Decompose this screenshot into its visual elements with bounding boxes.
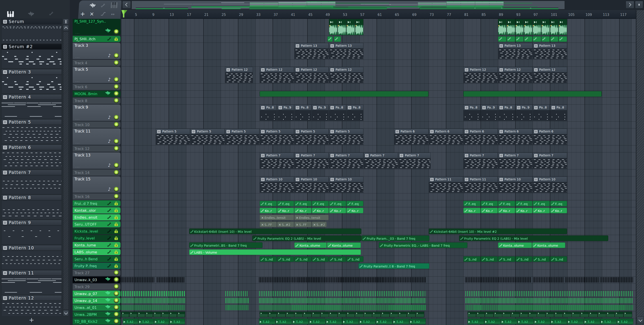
mini-audio-clip[interactable] bbox=[320, 311, 329, 317]
track-header-34[interactable]: TD_BB_Kick2 bbox=[73, 318, 120, 324]
audio-clip[interactable] bbox=[338, 19, 346, 35]
mini-audio-clip[interactable] bbox=[468, 311, 476, 317]
track-led[interactable] bbox=[114, 277, 119, 282]
track-led[interactable] bbox=[114, 305, 119, 310]
kick-audio-clip[interactable]: T..k2 bbox=[468, 318, 484, 324]
kick-audio-clip[interactable]: T..k2 bbox=[309, 318, 326, 324]
pattern-preview[interactable] bbox=[1, 200, 62, 219]
track-header-4[interactable]: Track 4 bbox=[73, 60, 120, 66]
audio-stripe-clip[interactable] bbox=[122, 291, 185, 296]
muted-clip[interactable]: ×S..FF bbox=[260, 222, 277, 227]
track-led[interactable] bbox=[114, 163, 119, 168]
pattern-clip[interactable]: Pa..9 bbox=[312, 105, 329, 121]
track-led[interactable] bbox=[114, 319, 119, 324]
mini-audio-clip[interactable] bbox=[476, 311, 485, 317]
track-led[interactable] bbox=[114, 291, 119, 296]
track-header-20[interactable]: Seru..UTOFF bbox=[73, 221, 120, 227]
pattern-clip[interactable]: Pattern 7 bbox=[533, 153, 567, 169]
kick-audio-clip[interactable]: T..k2 bbox=[567, 318, 584, 324]
track-led[interactable] bbox=[114, 270, 119, 275]
pattern-entry[interactable]: Pattern 3 bbox=[1, 69, 62, 94]
audio-stripe-clip[interactable] bbox=[259, 291, 426, 296]
playlist-scroll-strip[interactable] bbox=[122, 0, 644, 10]
pattern-clip[interactable]: Pa..8 bbox=[463, 105, 480, 121]
track-led[interactable] bbox=[114, 187, 119, 192]
audio-stripe-clip[interactable] bbox=[465, 277, 532, 282]
audio-clip[interactable] bbox=[346, 19, 355, 35]
track-led[interactable] bbox=[114, 298, 119, 303]
pattern-clip[interactable]: Pattern 7 bbox=[463, 153, 498, 169]
add-pattern-button[interactable]: + bbox=[0, 316, 63, 325]
track-header-6[interactable]: Track 6 bbox=[73, 84, 120, 90]
kick-audio-clip[interactable]: T..k2 bbox=[584, 318, 600, 324]
automation-clip[interactable]: S..nd bbox=[260, 256, 277, 262]
track-header-17[interactable]: Frui..d 7 freq bbox=[73, 200, 120, 207]
automation-clip[interactable]: S..nd bbox=[550, 256, 567, 262]
pattern-clip[interactable]: Pattern 6 bbox=[429, 129, 463, 145]
pattern-entry[interactable]: Serum bbox=[1, 19, 62, 44]
pattern-entry[interactable]: Pattern 6 bbox=[1, 145, 62, 170]
piano-icon[interactable] bbox=[7, 11, 14, 17]
audio-stripe-clip[interactable] bbox=[466, 291, 634, 296]
pattern-clip[interactable]: Pattern 13 bbox=[533, 43, 567, 59]
pattern-clip[interactable]: Pattern 6 bbox=[463, 129, 498, 145]
pattern-clip[interactable]: Pattern 6 bbox=[498, 129, 532, 145]
pattern-entry[interactable]: Pattern 8 bbox=[1, 195, 62, 220]
kick-audio-clip[interactable]: T..k2 bbox=[484, 318, 501, 324]
pattern-clip[interactable]: Pattern 10 bbox=[498, 177, 532, 193]
track-header-26[interactable]: Fruity P..freq bbox=[73, 263, 120, 269]
audio-stripe-clip[interactable] bbox=[122, 277, 154, 282]
timeline-ruler[interactable]: 5913172125293337414549535761656973778185… bbox=[122, 10, 636, 19]
pattern-clip[interactable]: Pattern 7 bbox=[294, 153, 329, 169]
automation-clip[interactable]: S..nd bbox=[498, 256, 515, 262]
muted-clip[interactable]: ×Endles..tensit bbox=[294, 215, 329, 220]
kick-audio-clip[interactable]: T..k2 bbox=[534, 318, 550, 324]
track-header-19[interactable]: Endles..ensit bbox=[73, 214, 120, 220]
kick-audio-clip[interactable]: T..k2 bbox=[154, 318, 170, 324]
audio-clip[interactable] bbox=[533, 19, 541, 35]
kick-audio-clip[interactable]: T..k2 bbox=[170, 318, 185, 324]
track-header-15[interactable]: Track 15...♪ bbox=[73, 176, 120, 193]
pattern-header[interactable]: Pattern 11 bbox=[1, 270, 62, 276]
lock-icon[interactable] bbox=[114, 243, 118, 247]
automation-clip[interactable] bbox=[498, 36, 506, 42]
track-led[interactable] bbox=[114, 29, 119, 34]
track-header-10[interactable]: Track 10 bbox=[73, 122, 120, 128]
automation-clip[interactable]: Ko..r bbox=[550, 208, 567, 213]
pattern-entry[interactable]: Pattern 12 bbox=[1, 295, 62, 316]
minimap[interactable] bbox=[132, 1, 565, 10]
automation-clip[interactable]: Konta..olume bbox=[532, 242, 565, 248]
automation-clip[interactable]: S..nd bbox=[533, 256, 550, 262]
audio-clip[interactable] bbox=[329, 19, 338, 35]
kick-audio-clip[interactable]: T..k2 bbox=[518, 318, 534, 324]
audio-stripe-clip[interactable] bbox=[466, 298, 634, 303]
automation-clip[interactable] bbox=[533, 36, 541, 42]
pattern-clip[interactable]: Pattern 12 bbox=[225, 67, 253, 83]
muted-clip[interactable]: ×S..#2 bbox=[277, 222, 294, 227]
mini-audio-clip[interactable] bbox=[268, 311, 277, 317]
track-header-2[interactable]: PJ_SHII..itch bbox=[73, 36, 120, 42]
audio-stripe-clip[interactable] bbox=[259, 277, 426, 282]
pattern-clip[interactable]: Pattern 7 bbox=[329, 153, 363, 169]
audio-stripe-clip[interactable] bbox=[226, 298, 249, 303]
automation-clip[interactable]: F..eq bbox=[346, 201, 364, 206]
automation-clip[interactable]: Ko..r bbox=[516, 208, 533, 213]
automation-clip[interactable]: S..nd bbox=[294, 256, 312, 262]
track-header-18[interactable]: Kontak..olor bbox=[73, 207, 120, 213]
track-led[interactable] bbox=[114, 115, 119, 120]
mini-audio-clip[interactable] bbox=[511, 311, 520, 317]
lock-icon[interactable] bbox=[114, 257, 118, 261]
mini-audio-clip[interactable] bbox=[372, 311, 381, 317]
automation-clip[interactable]: Ko..r bbox=[463, 208, 480, 213]
automation-clip[interactable]: S..nd bbox=[312, 256, 329, 262]
mini-audio-clip[interactable] bbox=[546, 311, 554, 317]
mini-audio-clip[interactable] bbox=[364, 311, 372, 317]
lock-icon[interactable] bbox=[114, 222, 118, 226]
audio-stripe-clip[interactable] bbox=[600, 277, 633, 282]
automation-clip[interactable]: Kickstart-64bit (Insert 10) - Mix level bbox=[189, 228, 361, 234]
pattern-clip[interactable]: Pattern 7 bbox=[364, 153, 398, 169]
automation-clip[interactable]: S..nd bbox=[516, 256, 533, 262]
automation-clip[interactable]: Fruity Parametric EQ 2 (LABS) - Mix leve… bbox=[459, 235, 608, 241]
automation-clip[interactable]: Fruity Parametric EQ 2 (LABS) - Mix leve… bbox=[252, 235, 361, 241]
track-led[interactable] bbox=[114, 61, 119, 65]
